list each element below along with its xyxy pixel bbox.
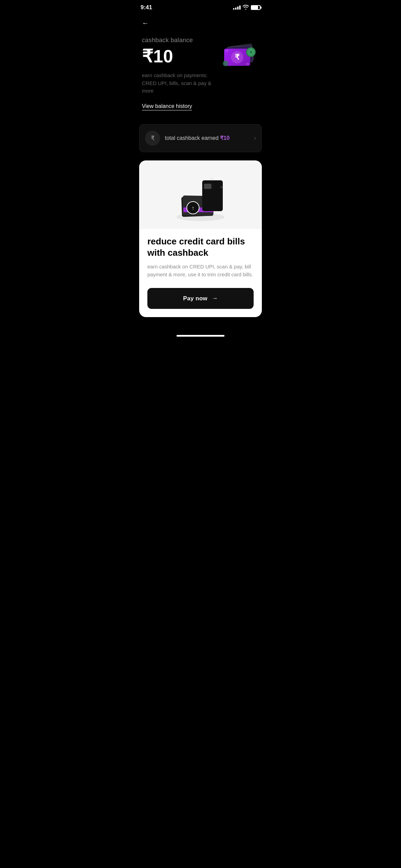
battery-icon <box>251 5 260 10</box>
cashback-amount: ₹10 <box>142 47 218 66</box>
status-bar: 9:41 <box>134 0 267 14</box>
hero-content: cashback balance ₹10 earn cashback on pa… <box>142 37 259 110</box>
home-bar <box>177 335 224 337</box>
svg-text:₹: ₹ <box>235 53 240 61</box>
chevron-right-icon: › <box>254 134 256 142</box>
home-indicator <box>134 331 267 339</box>
cashback-label: cashback balance <box>142 37 218 44</box>
cashback-earned-row[interactable]: ₹ total cashback earned ₹10 › <box>139 124 262 152</box>
rupee-circle-icon: ₹ <box>145 131 160 146</box>
card-illustration: ↑ ◇ ◇ <box>139 160 262 229</box>
svg-rect-17 <box>204 184 211 189</box>
svg-point-11 <box>223 61 228 66</box>
pay-now-arrow-icon: → <box>211 295 218 302</box>
credit-card-illustration: ↑ ◇ ◇ <box>163 164 238 226</box>
status-time: 9:41 <box>141 4 152 11</box>
promo-card: ↑ ◇ ◇ reduce credit card bills with cash… <box>139 160 262 317</box>
cashback-earned-amount: ₹10 <box>220 135 230 141</box>
back-arrow-icon: ← <box>142 19 149 27</box>
card-description: earn cashback on CRED UPI, scan & pay, b… <box>139 263 262 287</box>
money-illustration: ₹ ₹ <box>218 37 259 78</box>
hero-text: cashback balance ₹10 earn cashback on pa… <box>142 37 218 110</box>
back-button[interactable]: ← <box>134 14 267 30</box>
cashback-row-text: total cashback earned ₹10 <box>165 135 254 141</box>
wifi-icon <box>243 5 249 11</box>
card-title: reduce credit card bills with cashback <box>139 229 262 263</box>
pay-now-button[interactable]: Pay now → <box>147 288 254 309</box>
cashback-description: earn cashback on payments: CRED UPI, bil… <box>142 72 218 95</box>
view-history-link[interactable]: View balance history <box>142 103 192 110</box>
svg-text:↑: ↑ <box>192 205 194 211</box>
hero-section: cashback balance ₹10 earn cashback on pa… <box>134 30 267 121</box>
money-stack-svg: ₹ ₹ <box>218 37 259 78</box>
status-icons <box>233 5 260 11</box>
svg-rect-6 <box>226 50 228 52</box>
svg-text:◇: ◇ <box>220 185 223 189</box>
pay-now-label: Pay now <box>183 295 207 302</box>
svg-rect-7 <box>246 63 249 65</box>
signal-icon <box>233 5 241 10</box>
svg-text:₹: ₹ <box>250 51 252 55</box>
svg-text:◇: ◇ <box>211 177 214 181</box>
